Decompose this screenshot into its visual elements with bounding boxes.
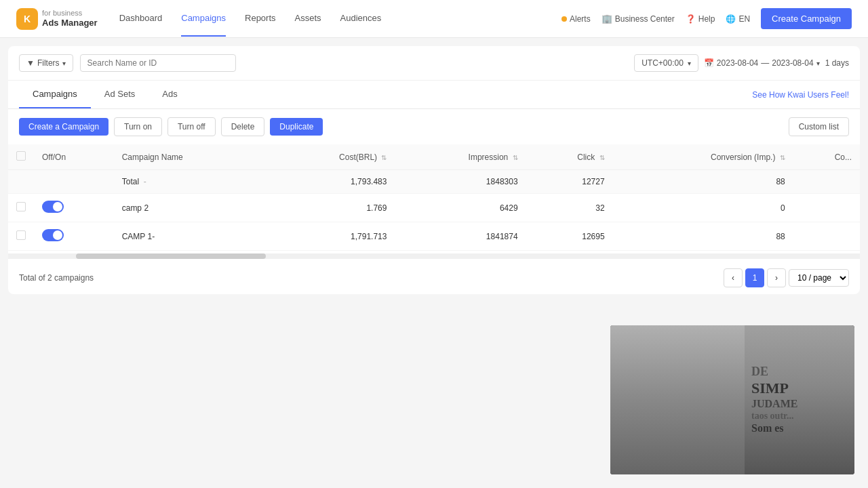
- nav-assets[interactable]: Assets: [295, 1, 321, 37]
- alert-dot-icon: [561, 16, 567, 22]
- nav-dashboard[interactable]: Dashboard: [119, 1, 163, 37]
- total-campaigns-label: Total of 2 campaigns: [19, 273, 94, 283]
- logo-text: for businessAds Manager: [42, 9, 98, 28]
- days-label: 1 days: [825, 58, 849, 68]
- date-range-selector[interactable]: 📅 2023-08-04 — 2023-08-04 ▾: [704, 58, 820, 68]
- total-impression: 1848303: [395, 170, 526, 194]
- main-content: ▼ Filters ▾ UTC+00:00 ▾ 📅 2023-08-04 — 2…: [8, 46, 860, 294]
- help-link[interactable]: ❓ Help: [686, 14, 715, 24]
- tab-ads[interactable]: Ads: [149, 81, 191, 108]
- row2-click: 12695: [526, 222, 613, 251]
- delete-button[interactable]: Delete: [221, 117, 265, 136]
- row1-campaign-name[interactable]: camp 2: [114, 194, 268, 222]
- search-input[interactable]: [80, 54, 236, 72]
- col-impression[interactable]: Impression ⇅: [395, 144, 526, 170]
- help-icon: ❓: [686, 14, 696, 24]
- col-campaign-name: Campaign Name: [114, 144, 268, 170]
- timezone-selector[interactable]: UTC+00:00 ▾: [634, 54, 698, 72]
- logo-icon: K: [16, 8, 38, 30]
- globe-icon: 🌐: [726, 14, 736, 24]
- row1-conversion: 0: [613, 194, 793, 222]
- col-offon: Off/On: [34, 144, 114, 170]
- nav-campaigns[interactable]: Campaigns: [181, 1, 226, 37]
- filters-button[interactable]: ▼ Filters ▾: [19, 54, 73, 72]
- total-row: Total - 1,793.483 1848303 12727 88: [8, 170, 860, 194]
- total-conversion: 88: [613, 170, 793, 194]
- col-click[interactable]: Click ⇅: [526, 144, 613, 170]
- business-center-icon: 🏢: [601, 14, 612, 24]
- turn-off-button[interactable]: Turn off: [167, 117, 216, 136]
- table-row: CAMP 1- 1,791.713 1841874 12695 88: [8, 222, 860, 251]
- sort-click-icon: ⇅: [599, 154, 605, 161]
- filter-icon: ▼: [26, 58, 35, 68]
- sort-cost-icon: ⇅: [381, 154, 387, 161]
- row2-impression: 1841874: [395, 222, 526, 251]
- select-all-checkbox[interactable]: [16, 151, 26, 161]
- prev-page-button[interactable]: ‹: [724, 268, 743, 287]
- pagination: ‹ 1 › 10 / page 20 / page 50 / page: [724, 268, 849, 287]
- main-nav: Dashboard Campaigns Reports Assets Audie…: [119, 1, 561, 37]
- row1-toggle[interactable]: [42, 201, 64, 213]
- filter-dropdown-icon: ▾: [62, 60, 66, 67]
- page-1-button[interactable]: 1: [745, 268, 764, 287]
- col-conversion[interactable]: Conversion (Imp.) ⇅: [613, 144, 793, 170]
- total-label: Total -: [114, 170, 268, 194]
- campaigns-table: Off/On Campaign Name Cost(BRL) ⇅ Impress…: [8, 144, 860, 262]
- business-center-link[interactable]: 🏢 Business Center: [601, 14, 675, 24]
- toolbar: ▼ Filters ▾ UTC+00:00 ▾ 📅 2023-08-04 — 2…: [8, 46, 860, 81]
- language-selector[interactable]: 🌐 EN: [726, 14, 750, 24]
- sort-impression-icon: ⇅: [513, 154, 518, 161]
- nav-right: Alerts 🏢 Business Center ❓ Help 🌐 EN Cre…: [561, 8, 852, 29]
- see-how-link[interactable]: See How Kwai Users Feel!: [752, 90, 849, 100]
- row2-checkbox[interactable]: [16, 230, 26, 240]
- logo: K for businessAds Manager: [16, 8, 98, 30]
- row2-campaign-name[interactable]: CAMP 1-: [114, 222, 268, 251]
- row1-click: 32: [526, 194, 613, 222]
- total-click: 12727: [526, 170, 613, 194]
- sort-conversion-icon: ⇅: [780, 154, 785, 161]
- top-navigation: K for businessAds Manager Dashboard Camp…: [0, 0, 868, 38]
- scroll-thumb[interactable]: [76, 253, 266, 259]
- turn-on-button[interactable]: Turn on: [114, 117, 162, 136]
- tab-ad-sets[interactable]: Ad Sets: [91, 81, 149, 108]
- custom-list-button[interactable]: Custom list: [789, 117, 849, 136]
- row1-cost: 1.769: [268, 194, 395, 222]
- row1-impression: 6429: [395, 194, 526, 222]
- col-cost[interactable]: Cost(BRL) ⇅: [268, 144, 395, 170]
- row1-checkbox[interactable]: [16, 202, 26, 211]
- nav-reports[interactable]: Reports: [245, 1, 276, 37]
- campaign-tabs: Campaigns Ad Sets Ads See How Kwai Users…: [8, 81, 860, 109]
- table-row: camp 2 1.769 6429 32 0: [8, 194, 860, 222]
- create-campaign-button[interactable]: Create Campaign: [761, 8, 852, 29]
- tab-campaigns[interactable]: Campaigns: [19, 81, 91, 108]
- row2-cost: 1,791.713: [268, 222, 395, 251]
- col-extra: Co...: [793, 144, 860, 170]
- next-page-button[interactable]: ›: [767, 268, 786, 287]
- duplicate-button[interactable]: Duplicate: [270, 118, 323, 136]
- total-cost: 1,793.483: [268, 170, 395, 194]
- row2-conversion: 88: [613, 222, 793, 251]
- create-campaign-action-button[interactable]: Create a Campaign: [19, 118, 108, 136]
- action-bar: Create a Campaign Turn on Turn off Delet…: [8, 109, 860, 144]
- table-footer: Total of 2 campaigns ‹ 1 › 10 / page 20 …: [8, 262, 860, 294]
- row2-toggle[interactable]: [42, 229, 64, 241]
- date-chevron-icon: ▾: [816, 60, 820, 67]
- calendar-icon: 📅: [704, 58, 714, 68]
- timezone-chevron-icon: ▾: [688, 60, 691, 67]
- timezone-label: UTC+00:00: [642, 58, 684, 68]
- alerts-link[interactable]: Alerts: [561, 14, 591, 24]
- date-controls: UTC+00:00 ▾ 📅 2023-08-04 — 2023-08-04 ▾ …: [634, 54, 849, 72]
- page-size-selector[interactable]: 10 / page 20 / page 50 / page: [789, 269, 849, 287]
- horizontal-scrollbar[interactable]: [8, 253, 860, 259]
- nav-audiences[interactable]: Audiences: [340, 1, 382, 37]
